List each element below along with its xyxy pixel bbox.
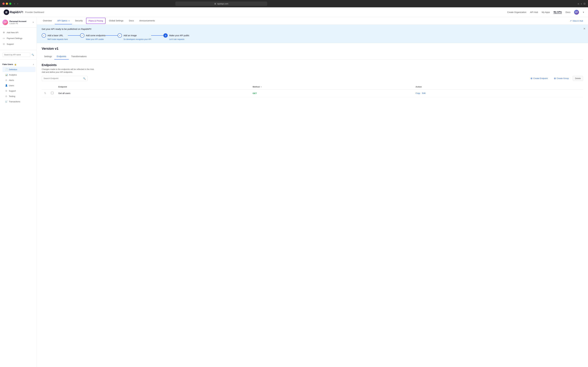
method-filter-icon[interactable]: ▼ bbox=[260, 86, 262, 88]
browser-actions: ⎋ + ⊡ bbox=[578, 2, 586, 5]
tab-overview[interactable]: Overview bbox=[40, 17, 54, 24]
rapid-logo-svg bbox=[5, 11, 8, 14]
forward-button[interactable]: › bbox=[16, 2, 19, 5]
step-2-check: ✓ bbox=[80, 33, 84, 38]
sidebar-item-alerts[interactable]: ⊙ Alerts bbox=[2, 77, 35, 83]
add-new-api-label: Add New API bbox=[7, 31, 18, 34]
step-2-sub: Make your API usable bbox=[80, 38, 104, 40]
fake-users-header[interactable]: Fake Users 🔒 ∧ bbox=[0, 62, 37, 67]
my-apps-link[interactable]: My Apps bbox=[542, 11, 550, 13]
back-button[interactable]: ‹ bbox=[13, 2, 16, 5]
account-info: Personal Account Catalin Pit bbox=[9, 20, 31, 25]
app-container: RapidAPI Provider Dashboard Create Organ… bbox=[0, 7, 588, 367]
create-group-button[interactable]: ⊕ Create Group bbox=[552, 76, 571, 81]
onboarding-banner: Get your API ready to be published on Ra… bbox=[37, 25, 588, 43]
row-checkbox[interactable] bbox=[51, 92, 53, 94]
my-apis-link[interactable]: My APIs bbox=[553, 11, 562, 14]
testing-icon: ⊙ bbox=[5, 95, 8, 97]
create-org-link[interactable]: Create Organization bbox=[507, 11, 526, 13]
sidebar-divider-2 bbox=[0, 59, 37, 59]
endpoint-search-input[interactable] bbox=[44, 77, 82, 80]
drag-cell: ⇅ bbox=[42, 90, 49, 97]
edit-button[interactable]: Edit bbox=[422, 92, 425, 94]
user-avatar[interactable]: CP bbox=[574, 10, 579, 15]
banner-close-button[interactable]: ✕ bbox=[583, 27, 586, 30]
tab-api-specs[interactable]: API Specs ▾ bbox=[55, 17, 72, 24]
api-hub-link[interactable]: API Hub bbox=[530, 11, 538, 13]
endpoint-search-box[interactable]: 🔍 bbox=[42, 76, 87, 81]
tab-security[interactable]: Security bbox=[73, 17, 85, 24]
api-search-button[interactable]: 🔍 bbox=[32, 54, 34, 56]
docs-link[interactable]: Docs bbox=[565, 11, 571, 13]
external-link-icon: ↗ bbox=[570, 20, 572, 22]
maximize-window-button[interactable] bbox=[9, 3, 11, 5]
banner-step-1: ✓ Add a base URL We'll route requests he… bbox=[42, 33, 68, 40]
analytics-icon: 📊 bbox=[5, 74, 8, 76]
sidebar-item-testing[interactable]: ⊙ Testing bbox=[2, 94, 35, 99]
view-in-hub-link[interactable]: ↗ View in Hub bbox=[569, 18, 584, 23]
support-icon: ⊙ bbox=[2, 43, 5, 45]
step-3-sub: So developers recognize your API bbox=[118, 38, 151, 40]
api-search-input[interactable] bbox=[2, 53, 30, 57]
step-2-label: Add some endpoints bbox=[86, 34, 105, 37]
tab-docs[interactable]: Docs bbox=[127, 17, 136, 24]
share-button[interactable]: ⎋ bbox=[578, 2, 579, 5]
endpoint-search-icon: 🔍 bbox=[83, 77, 86, 80]
copy-button[interactable]: Copy bbox=[415, 92, 420, 94]
checkbox-cell bbox=[49, 90, 56, 97]
address-bar[interactable]: rapidapi.com bbox=[175, 1, 267, 6]
sidebar-item-add-new-api[interactable]: ⊕ Add New API bbox=[0, 30, 37, 35]
action-cell: Copy Edit bbox=[413, 90, 583, 97]
main-content: Version v1 Settings Endpoints Transforma… bbox=[37, 43, 588, 101]
top-nav-links: Create Organization API Hub My Apps My A… bbox=[507, 10, 584, 15]
tab-announcements[interactable]: Announcements bbox=[137, 17, 157, 24]
create-group-label: Create Group bbox=[557, 77, 569, 80]
step-1-label: Add a base URL bbox=[47, 34, 63, 37]
delete-button[interactable]: Delete bbox=[573, 76, 583, 81]
account-avatar: CP bbox=[2, 20, 8, 25]
th-action: Action bbox=[413, 84, 583, 90]
testing-label: Testing bbox=[9, 95, 15, 97]
sidebar-toggle-button[interactable]: ⊡ bbox=[584, 2, 586, 5]
step-connector-1 bbox=[68, 35, 80, 36]
api-subitems: 📄 Definition 📊 Analytics ⊙ Alerts 👤 User… bbox=[0, 67, 37, 104]
step-4-sub: Let it rain requests bbox=[163, 38, 184, 40]
definition-icon: 📄 bbox=[5, 68, 8, 71]
version-tabs: Settings Endpoints Transformations bbox=[42, 54, 583, 60]
step-4-header: 4 Make your API public bbox=[163, 33, 190, 38]
window-controls bbox=[2, 3, 11, 5]
tab-global-settings[interactable]: Global Settings bbox=[106, 17, 126, 24]
step-connector-2 bbox=[105, 35, 118, 36]
account-chevron-icon: ▼ bbox=[32, 21, 34, 23]
sidebar-item-analytics[interactable]: 📊 Analytics bbox=[2, 72, 35, 77]
endpoints-actions: 🔍 ⊕ Create Endpoint ⊕ Create Group Delet… bbox=[42, 76, 583, 81]
sidebar-item-payment-settings[interactable]: ▭ Payment Settings bbox=[0, 35, 37, 41]
fake-users-label: Fake Users 🔒 bbox=[2, 63, 17, 66]
payment-icon: ▭ bbox=[2, 37, 5, 40]
vtab-settings[interactable]: Settings bbox=[42, 54, 54, 59]
sidebar-item-transactions[interactable]: 🛒 Transactions bbox=[2, 99, 35, 104]
sidebar-item-users[interactable]: 👤 Users bbox=[2, 83, 35, 88]
vtab-endpoints[interactable]: Endpoints bbox=[54, 54, 69, 59]
new-tab-button[interactable]: + bbox=[581, 2, 582, 5]
minimize-window-button[interactable] bbox=[6, 3, 8, 5]
th-checkbox bbox=[49, 84, 56, 90]
view-in-hub-label: View in Hub bbox=[572, 20, 583, 22]
api-section: Fake Users 🔒 ∧ 📄 Definition 📊 Analytics bbox=[0, 61, 37, 106]
sidebar-item-support[interactable]: ⊙ Support bbox=[2, 88, 35, 93]
logo[interactable]: RapidAPI Provider Dashboard bbox=[4, 9, 44, 15]
delete-label: Delete bbox=[575, 77, 581, 80]
account-section[interactable]: CP Personal Account Catalin Pit ▼ bbox=[0, 17, 37, 28]
user-dropdown-icon[interactable]: ▼ bbox=[583, 11, 584, 13]
tab-plans-pricing[interactable]: Plans & Pricing bbox=[86, 18, 105, 24]
close-window-button[interactable] bbox=[2, 3, 5, 5]
drag-handle-icon[interactable]: ⇅ bbox=[44, 92, 46, 94]
endpoints-section-title: Endpoints bbox=[42, 63, 583, 67]
create-endpoint-icon: ⊕ bbox=[530, 77, 532, 80]
vtab-transformations[interactable]: Transformations bbox=[69, 54, 89, 59]
sidebar-item-definition[interactable]: 📄 Definition bbox=[2, 67, 35, 72]
banner-title: Get your API ready to be published on Ra… bbox=[42, 28, 583, 30]
create-endpoint-button[interactable]: ⊕ Create Endpoint bbox=[528, 76, 550, 81]
sidebar-item-support[interactable]: ⊙ Support bbox=[0, 41, 37, 47]
lock-icon: 🔒 bbox=[14, 63, 17, 66]
